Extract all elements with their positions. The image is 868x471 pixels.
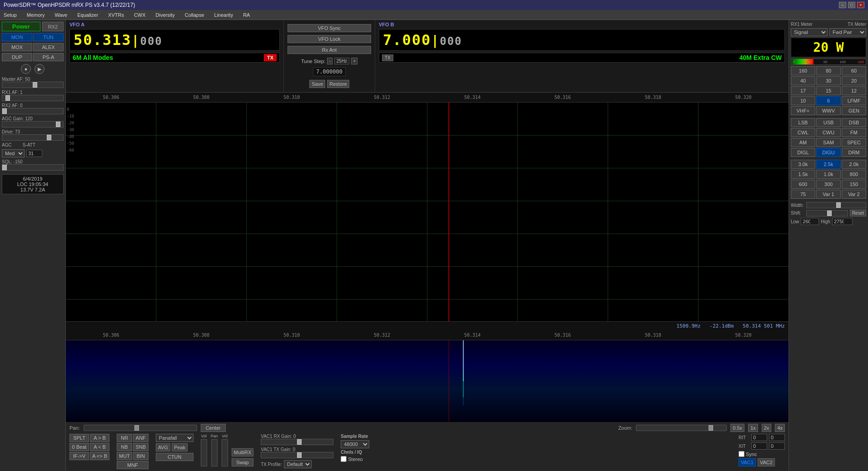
agc-mode-select[interactable]: Med Fast Slow Long Fixed xyxy=(2,149,25,157)
avg-button[interactable]: AVG xyxy=(156,443,170,451)
tx-meter-select[interactable]: Fwd Pwr Ref Pwr SWR xyxy=(829,28,866,36)
rx1-meter-select[interactable]: Signal ADC Off xyxy=(791,28,828,36)
band-80-button[interactable]: 80 xyxy=(816,66,841,75)
maximize-button[interactable]: □ xyxy=(848,2,855,8)
play-circle-button[interactable]: ▶ xyxy=(35,64,45,74)
tx-profile-select[interactable]: Default xyxy=(284,460,312,468)
width-slider[interactable] xyxy=(806,202,866,208)
filter-15k-button[interactable]: 1.5k xyxy=(791,170,815,179)
menu-memory[interactable]: Memory xyxy=(25,11,47,19)
mode-spec-button[interactable]: SPEC xyxy=(842,138,866,147)
filter-25k-button[interactable]: 2.5k xyxy=(816,160,841,169)
menu-ra[interactable]: RA xyxy=(241,11,252,19)
menu-equalizer[interactable]: Equalizer xyxy=(75,11,100,19)
zoom-4x-button[interactable]: 4x xyxy=(775,424,785,432)
band-lfmf-button[interactable]: LFMF xyxy=(842,96,866,105)
panafall-select[interactable]: Panafall Panadapter Waterfall xyxy=(156,434,193,442)
band-20-button[interactable]: 20 xyxy=(842,76,866,85)
power-button[interactable]: Power xyxy=(2,22,40,31)
filter-600-button[interactable]: 600 xyxy=(791,180,815,189)
pan-slider[interactable] xyxy=(84,425,197,431)
stereo-checkbox[interactable] xyxy=(341,456,347,462)
if-to-v-button[interactable]: IF->V xyxy=(69,452,89,460)
multirx-button[interactable]: MultiRX xyxy=(232,448,254,456)
zoom-slider[interactable] xyxy=(636,425,727,431)
vfo-a-freq[interactable]: 50.313|000 xyxy=(69,29,280,51)
a-to-b-button[interactable]: A > B xyxy=(90,434,109,442)
vac1-rx-gain-slider[interactable] xyxy=(261,439,333,445)
a-from-b-button[interactable]: A < B xyxy=(90,443,109,451)
high-input[interactable] xyxy=(832,218,853,225)
menu-xvtrs[interactable]: XVTRs xyxy=(106,11,126,19)
filter-var2-button[interactable]: Var 2 xyxy=(842,190,866,199)
rit-value-input[interactable] xyxy=(751,434,767,441)
mute-circle-button[interactable]: ● xyxy=(21,64,31,74)
mox-button[interactable]: MOX xyxy=(2,43,32,51)
filter-150-button[interactable]: 150 xyxy=(842,180,866,189)
filter-2k-button[interactable]: 2.0k xyxy=(842,160,866,169)
tune-step-minus[interactable]: - xyxy=(327,58,332,64)
center-button[interactable]: Center xyxy=(201,424,226,432)
mut-button[interactable]: MUT xyxy=(117,452,132,460)
filter-75-button[interactable]: 75 xyxy=(791,190,815,199)
vac2-button[interactable]: VAC2 xyxy=(758,458,775,466)
band-gen-button[interactable]: GEN xyxy=(842,106,866,115)
vfo-sync-button[interactable]: VFO Sync xyxy=(288,24,371,32)
ctun-button[interactable]: CTUN xyxy=(156,453,193,461)
menu-wave[interactable]: Wave xyxy=(53,11,69,19)
mode-am-button[interactable]: AM xyxy=(791,138,815,147)
pan-ctrl-slider[interactable] xyxy=(211,439,218,466)
filter-1k-button[interactable]: 1.0k xyxy=(816,170,841,179)
satt-input[interactable] xyxy=(26,150,42,157)
agc-gain-slider[interactable] xyxy=(2,121,64,128)
mode-drm-button[interactable]: DRM xyxy=(842,148,866,157)
mode-digl-button[interactable]: DIGL xyxy=(791,148,815,157)
rx2-button[interactable]: RX2 xyxy=(42,22,64,31)
band-12-button[interactable]: 12 xyxy=(842,86,866,95)
mnf-button[interactable]: MNF xyxy=(117,461,149,469)
nb-button[interactable]: NB xyxy=(117,443,132,451)
band-17-button[interactable]: 17 xyxy=(791,86,815,95)
nr-button[interactable]: NR xyxy=(117,434,132,442)
band-6-button[interactable]: 6 xyxy=(816,96,841,105)
reset-button[interactable]: Reset xyxy=(850,210,866,216)
save-button[interactable]: Save xyxy=(309,80,325,88)
anf-button[interactable]: ANF xyxy=(133,434,149,442)
panadapter-display[interactable]: 0 -10 -20 -30 -40 -50 -60 xyxy=(66,103,789,321)
low-input[interactable] xyxy=(801,218,819,225)
shift-slider[interactable] xyxy=(806,210,848,216)
rx-ant-button[interactable]: Rx Ant xyxy=(288,46,371,54)
drive-slider[interactable] xyxy=(2,134,64,141)
mon-button[interactable]: MON xyxy=(2,33,32,41)
band-160-button[interactable]: 160 xyxy=(791,66,815,75)
splt-button[interactable]: SPLT xyxy=(69,434,89,442)
band-10-button[interactable]: 10 xyxy=(791,96,815,105)
snb-button[interactable]: SNB xyxy=(133,443,149,451)
vfo-b-freq[interactable]: 7.000|000 xyxy=(379,29,785,51)
xit-offset-input[interactable] xyxy=(769,442,785,450)
bin-button[interactable]: BIN xyxy=(133,452,149,460)
close-button[interactable]: × xyxy=(857,2,864,8)
menu-diversity[interactable]: Diversity xyxy=(154,11,177,19)
mode-sam-button[interactable]: SAM xyxy=(816,138,841,147)
band-40-button[interactable]: 40 xyxy=(791,76,815,85)
peak-button[interactable]: Peak xyxy=(172,443,188,451)
a-ab-button[interactable]: A <> B xyxy=(90,452,109,460)
sql-slider[interactable] xyxy=(2,164,64,171)
tun-button[interactable]: TUN xyxy=(33,33,64,41)
minimize-button[interactable]: − xyxy=(839,2,846,8)
filter-300-button[interactable]: 300 xyxy=(816,180,841,189)
zoom-2x-button[interactable]: 2x xyxy=(762,424,772,432)
vol-slider-2[interactable] xyxy=(222,439,228,466)
mode-dsb-button[interactable]: DSB xyxy=(842,118,866,127)
menu-setup[interactable]: Setup xyxy=(2,11,19,19)
vfo-a-mode[interactable]: 6M All Modes xyxy=(73,54,113,61)
mode-lsb-button[interactable]: LSB xyxy=(791,118,815,127)
dup-button[interactable]: DUP xyxy=(2,53,32,61)
vfo-lock-button[interactable]: VFO Lock xyxy=(288,35,371,43)
vac1-button[interactable]: VAC1 xyxy=(739,458,756,466)
mode-digu-button[interactable]: DIGU xyxy=(816,148,841,157)
psa-button[interactable]: PS-A xyxy=(33,53,64,61)
mode-usb-button[interactable]: USB xyxy=(816,118,841,127)
filter-3k-button[interactable]: 3.0k xyxy=(791,160,815,169)
